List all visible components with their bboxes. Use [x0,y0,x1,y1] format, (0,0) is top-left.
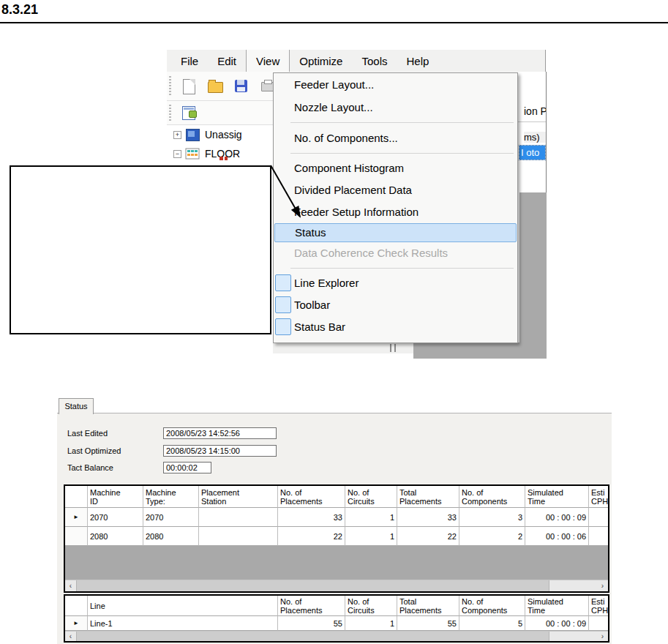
cell-total-placements: 55 [397,616,459,631]
splitter-grip[interactable] [394,344,396,352]
table-row[interactable]: ► Line-1 55 1 55 5 00 : 00 : 09 [65,616,608,631]
tact-balance-field[interactable]: 00:00:02 [163,462,211,473]
col-total-placements: Total Placements [397,596,459,616]
col-no-of-placements: No. of Placements [278,486,345,508]
last-edited-field[interactable]: 2008/05/23 14:52:56 [163,427,277,439]
cell-machine-type: 2080 [143,527,199,546]
menu-view[interactable]: View [246,50,290,72]
cell-no-of-circuits: 1 [345,508,397,527]
menu-bar: File Edit View Optimize Tools Help [167,50,546,72]
checked-toggle-icon [275,274,291,291]
cell-machine-id: 2080 [88,527,143,546]
grid-empty-area [65,546,608,580]
clipped-panel-text: ms) [524,132,546,143]
menu-separator [274,264,517,272]
splitter-grip[interactable] [390,344,391,352]
cell-total-placements: 22 [397,527,459,546]
col-no-of-components: No. of Components [459,596,525,616]
menu-edit[interactable]: Edit [208,50,246,72]
menu-item-data-coherence-check-results: Data Coherence Check Results [274,242,517,264]
col-simulated-time: Simulated Time [525,486,589,508]
row-selector[interactable]: ► [65,508,88,527]
clipped-red-text-fragment [219,157,223,160]
menu-item-nozzle-layout[interactable]: Nozzle Layout... [274,96,517,119]
tab-status[interactable]: Status [59,398,94,414]
menu-file[interactable]: File [171,50,208,72]
menu-optimize[interactable]: Optimize [290,50,352,72]
collapse-minus-icon[interactable]: − [173,150,181,158]
page: 8.3.21 File Edit View Optimize Tools Hel… [0,0,668,644]
checked-toggle-icon [275,318,291,335]
scroll-left-icon[interactable]: ‹ [65,632,76,641]
col-estimated-cph: Esti CPH [589,486,608,508]
menu-help[interactable]: Help [397,50,439,72]
toolbar-grip[interactable] [169,76,171,96]
last-optimized-field[interactable]: 2008/05/23 14:15:00 [163,445,277,457]
tact-balance-label: Tact Balance [67,463,113,472]
cell-no-of-placements: 22 [278,527,345,546]
menu-tools[interactable]: Tools [352,50,397,72]
scrollbar-thumb[interactable] [76,632,549,641]
cell-simulated-time: 00 : 00 : 09 [525,508,589,527]
cell-no-of-placements: 33 [278,508,345,527]
col-machine-type: Machine Type: [143,486,199,508]
toolbar-grip[interactable] [169,105,171,121]
tree-item-unassigned[interactable]: + Unassig [167,125,273,144]
table-header-row: Line No. of Placements No. of Circuits T… [65,596,608,616]
row-selector[interactable] [65,527,88,546]
row-selector[interactable]: ► [65,616,88,631]
save-icon[interactable] [233,78,249,94]
horizontal-scrollbar[interactable]: ‹ › [65,631,608,641]
menu-item-line-explorer[interactable]: Line Explorer [274,272,517,294]
cell-no-of-placements: 55 [278,616,345,631]
unassigned-icon [185,129,200,141]
callout-arrow [262,158,313,228]
menu-item-status-bar[interactable]: Status Bar [274,316,517,338]
cell-no-of-components: 2 [459,527,525,546]
tree-item-floor[interactable]: − FLOOR [167,144,273,163]
table-header-row: Machine ID Machine Type: Placement Stati… [65,486,608,508]
col-total-placements: Total Placements [397,486,459,508]
last-optimized-label: Last Optimized [67,446,121,455]
col-placement-station: Placement Station [199,486,278,508]
clipped-panel-text: ion P [524,105,547,117]
menu-item-no-of-components[interactable]: No. of Components... [274,127,517,149]
scroll-right-icon[interactable]: › [597,580,608,591]
cell-total-placements: 33 [397,508,459,527]
scroll-right-icon[interactable]: › [597,632,608,641]
scrollbar-thumb[interactable] [76,580,549,591]
properties-icon[interactable] [181,105,197,121]
heading-rule [0,22,668,23]
splitter-strip [273,342,413,353]
menu-item-feeder-layout[interactable]: Feeder Layout... [274,73,517,96]
col-simulated-time: Simulated Time [525,596,589,616]
clipped-red-text-fragment [225,157,228,160]
cell-estimated-cph [589,508,608,527]
new-document-icon[interactable] [181,78,197,94]
background-panel-gray [413,342,547,359]
col-estimated-cph: Esti CPH [589,596,608,616]
background-window-fragment: ion P ms) I oto [518,72,547,192]
cell-no-of-components: 5 [459,616,525,631]
scrollbar-track[interactable] [549,580,597,591]
cell-placement-station [199,527,278,546]
scrollbar-track[interactable] [549,632,597,641]
section-number: 8.3.21 [1,2,38,18]
machine-status-table: Machine ID Machine Type: Placement Stati… [64,484,609,593]
col-no-of-circuits: No. of Circuits [345,486,397,508]
table-row[interactable]: 2080 2080 22 1 22 2 00 : 00 : 06 [65,527,608,546]
divider [518,121,546,122]
tree-item-label: Unassig [205,129,242,141]
selected-list-item[interactable]: I oto [519,146,545,160]
expand-plus-icon[interactable]: + [173,131,181,139]
cell-machine-type: 2070 [143,508,199,527]
table-row[interactable]: ► 2070 2070 33 1 33 3 00 : 00 : 09 [65,508,608,527]
selector-column-header [65,596,88,616]
horizontal-scrollbar[interactable]: ‹ › [65,580,608,591]
scroll-left-icon[interactable]: ‹ [65,580,76,591]
open-folder-icon[interactable] [207,78,223,94]
cell-simulated-time: 00 : 00 : 06 [525,527,589,546]
menu-item-label: Line Explorer [294,277,359,289]
menu-item-toolbar[interactable]: Toolbar [274,294,517,316]
col-no-of-components: No. of Components [459,486,525,508]
